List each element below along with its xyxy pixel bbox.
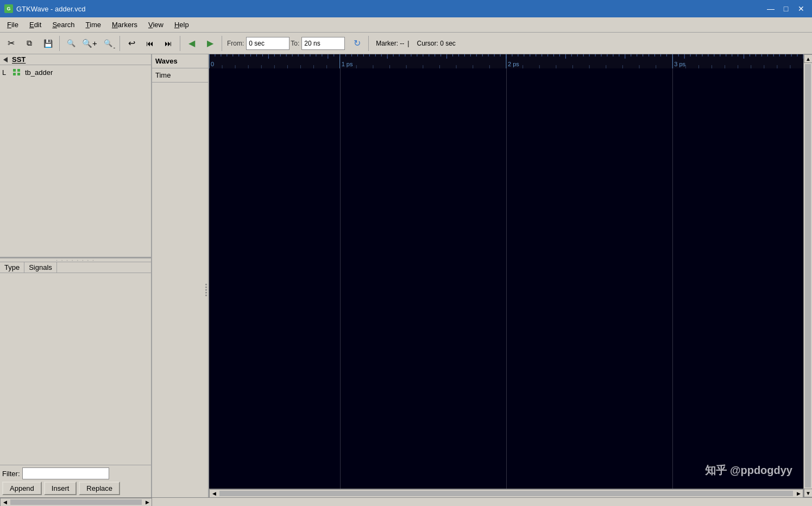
- tree-signal-icon: [13, 69, 21, 77]
- window-title: GTKWave - adder.vcd: [16, 5, 85, 13]
- menu-edit[interactable]: Edit: [24, 19, 46, 30]
- goto-end-button[interactable]: ⏭: [160, 35, 177, 52]
- zoom-in-button[interactable]: 🔍+: [81, 35, 98, 52]
- type-column-header: Type: [0, 262, 24, 273]
- menu-view-label: iew: [153, 21, 163, 29]
- watermark: 知乎 @ppdogdyy: [705, 463, 792, 478]
- resize-dot-3: [205, 289, 207, 291]
- bottom-scrollbars: ◀ ▶: [0, 497, 812, 506]
- resize-dot-2: [205, 287, 207, 288]
- content-area: SST L tb_adder: [0, 54, 812, 497]
- bottom-controls: Filter: Append Insert Replace: [0, 465, 151, 497]
- window-controls: — □ ✕: [764, 2, 808, 15]
- sst-resize-handle[interactable]: · · · · · · · ·: [0, 258, 151, 262]
- toolbar-separator-3: [180, 36, 180, 51]
- left-scroll-right[interactable]: ▶: [143, 498, 152, 506]
- menu-search[interactable]: Search: [47, 19, 79, 30]
- vscroll-thumb[interactable]: [805, 64, 811, 488]
- waves-canvas[interactable]: 知乎 @ppdogdyy: [209, 68, 803, 489]
- toolbar-separator-5: [368, 36, 369, 51]
- to-label: To:: [291, 40, 299, 47]
- scroll-right-arrow[interactable]: ▶: [794, 489, 803, 497]
- from-input[interactable]: [246, 37, 289, 50]
- toolbar-separator-1: [59, 36, 60, 51]
- resize-dot-1: [205, 284, 207, 286]
- menu-time[interactable]: Time: [81, 19, 106, 30]
- waves-resize-handle[interactable]: [204, 283, 208, 298]
- toolbar-separator-2: [119, 36, 120, 51]
- back-button[interactable]: ◀: [183, 35, 200, 52]
- cursor-info: Cursor: 0 sec: [417, 40, 455, 47]
- zoom-out-button[interactable]: 🔍-: [99, 35, 117, 52]
- append-button[interactable]: Append: [2, 482, 42, 495]
- signals-section: Type Signals: [0, 262, 151, 465]
- waves-hscrollbar[interactable]: ◀ ▶: [209, 489, 803, 497]
- waves-hscroll: ◀ ▶: [209, 489, 803, 497]
- copy-button[interactable]: ⧉: [21, 35, 38, 52]
- left-scroll-left[interactable]: ◀: [1, 498, 9, 506]
- filter-input[interactable]: [22, 467, 109, 479]
- waves-outer: 知乎 @ppdogdyy ◀ ▶ ▲ ▼: [209, 54, 812, 497]
- left-hscrollbar[interactable]: ◀ ▶: [0, 498, 152, 506]
- waves-vscrollbar[interactable]: ▲ ▼: [803, 54, 812, 497]
- replace-button[interactable]: Replace: [79, 482, 120, 495]
- signals-list[interactable]: [0, 273, 151, 465]
- tree-indent: L: [2, 68, 11, 77]
- menubar: File Edit Search Time Markers View Help: [0, 17, 812, 33]
- forward-button[interactable]: ▶: [202, 35, 219, 52]
- cut-button[interactable]: ✂: [2, 35, 20, 52]
- left-panel: SST L tb_adder: [0, 54, 152, 497]
- vscroll-down-arrow[interactable]: ▼: [804, 489, 812, 497]
- to-input[interactable]: [301, 37, 345, 50]
- from-label: From:: [227, 40, 244, 47]
- waves-header: Waves: [152, 54, 208, 68]
- sst-header: SST: [0, 54, 151, 65]
- vscroll-up-arrow[interactable]: ▲: [804, 54, 812, 63]
- time-range: From: To:: [227, 37, 345, 50]
- tree-item-label: tb_adder: [25, 68, 53, 77]
- title-left: G GTKWave - adder.vcd: [4, 4, 85, 13]
- action-buttons: Append Insert Replace: [2, 482, 149, 495]
- marker-info: Marker: --: [376, 40, 404, 47]
- filter-row: Filter:: [2, 467, 149, 479]
- signals-header: Type Signals: [0, 262, 151, 273]
- minimize-button[interactable]: —: [764, 2, 777, 15]
- sst-triangle[interactable]: [3, 57, 8, 62]
- app-icon-letter: G: [7, 6, 10, 11]
- menu-view[interactable]: View: [143, 19, 168, 30]
- vline-1: [340, 68, 341, 489]
- scroll-thumb-h[interactable]: [219, 491, 793, 496]
- menu-edit-label: dit: [34, 21, 42, 29]
- toolbar-sep-text: |: [407, 40, 409, 47]
- waves-label-content: [152, 83, 208, 497]
- menu-file-label: ile: [11, 21, 18, 29]
- waves-label-panel: Waves Time: [152, 54, 209, 497]
- insert-button[interactable]: Insert: [44, 482, 77, 495]
- sst-title: SST: [12, 55, 26, 64]
- reload-button[interactable]: ↻: [348, 35, 366, 52]
- resize-dot-5: [205, 295, 207, 296]
- toolbar: ✂ ⧉ 💾 🔍 🔍+ 🔍- ↩ ⏮ ⏭ ◀ ▶ From: To: ↻ Mark…: [0, 33, 812, 54]
- zoom-fit-button[interactable]: 🔍: [62, 35, 80, 52]
- menu-help-label: elp: [179, 21, 188, 29]
- menu-file[interactable]: File: [2, 19, 23, 30]
- undo-button[interactable]: ↩: [123, 35, 140, 52]
- waves-signals-header: Time: [152, 68, 208, 83]
- menu-markers-label: arkers: [118, 21, 137, 29]
- scroll-left-arrow[interactable]: ◀: [210, 489, 218, 497]
- goto-start-button[interactable]: ⏮: [141, 35, 159, 52]
- left-scroll-thumb[interactable]: [10, 499, 142, 505]
- sst-tree[interactable]: L tb_adder: [0, 65, 151, 257]
- menu-markers[interactable]: Markers: [107, 19, 142, 30]
- maximize-button[interactable]: □: [779, 2, 792, 15]
- tree-item-tb_adder[interactable]: L tb_adder: [2, 67, 149, 78]
- resize-dot-4: [205, 292, 207, 294]
- save-button[interactable]: 💾: [39, 35, 56, 52]
- menu-search-label: earch: [57, 21, 75, 29]
- menu-time-label: ime: [90, 21, 101, 29]
- waves-inner-panel: 知乎 @ppdogdyy ◀ ▶: [209, 54, 803, 497]
- waves-ruler: [209, 54, 803, 68]
- close-button[interactable]: ✕: [795, 2, 808, 15]
- filter-label: Filter:: [2, 470, 20, 478]
- menu-help[interactable]: Help: [169, 19, 194, 30]
